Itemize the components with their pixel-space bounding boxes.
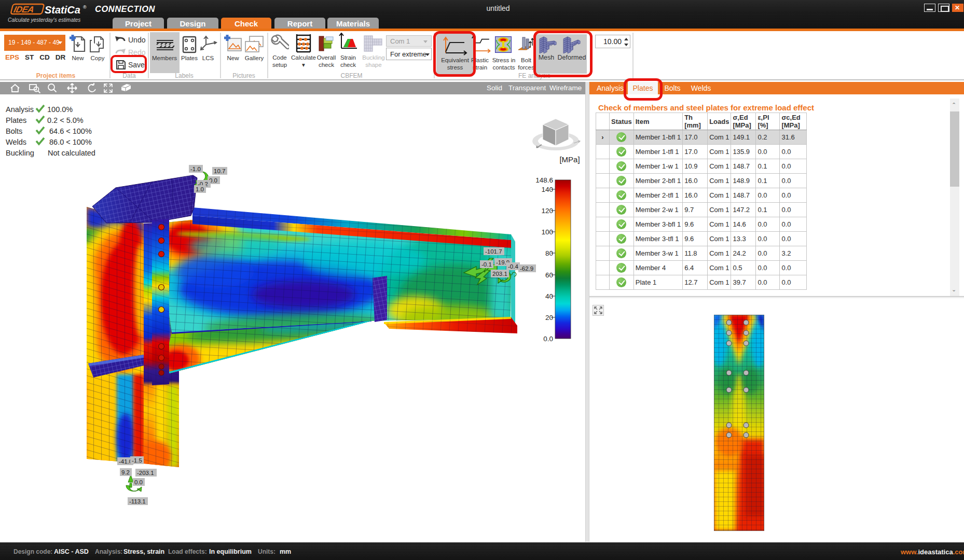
svg-text:-101.7: -101.7 <box>485 248 502 255</box>
svg-text:120: 120 <box>541 207 553 215</box>
svg-text:IDEA: IDEA <box>12 4 35 15</box>
svg-text:-113.1: -113.1 <box>129 498 146 505</box>
svg-text:-0.1: -0.1 <box>481 261 492 268</box>
svg-text:100: 100 <box>541 228 553 236</box>
svg-text:®: ® <box>83 5 87 10</box>
svg-text:203.1: 203.1 <box>492 271 507 277</box>
svg-text:-62.9: -62.9 <box>520 265 533 272</box>
svg-text:-203.1: -203.1 <box>137 470 154 476</box>
svg-text:-0.4: -0.4 <box>508 263 518 270</box>
svg-text:140: 140 <box>541 186 553 193</box>
svg-text:20: 20 <box>545 314 553 321</box>
svg-text:[MPa]: [MPa] <box>559 155 580 164</box>
svg-text:60: 60 <box>545 271 553 279</box>
svg-text:0.0: 0.0 <box>134 479 143 485</box>
svg-text:148.6: 148.6 <box>535 176 553 184</box>
svg-text:40: 40 <box>545 292 553 300</box>
svg-text:StatiCa: StatiCa <box>45 4 80 16</box>
svg-text:-1.5: -1.5 <box>132 457 142 464</box>
svg-text:-1.0: -1.0 <box>190 166 201 172</box>
svg-text:80: 80 <box>545 249 553 257</box>
svg-text:0.0: 0.0 <box>543 335 553 343</box>
svg-text:9.2: 9.2 <box>121 469 130 475</box>
svg-text:1.0: 1.0 <box>196 186 204 192</box>
svg-text:10.7: 10.7 <box>214 168 225 174</box>
